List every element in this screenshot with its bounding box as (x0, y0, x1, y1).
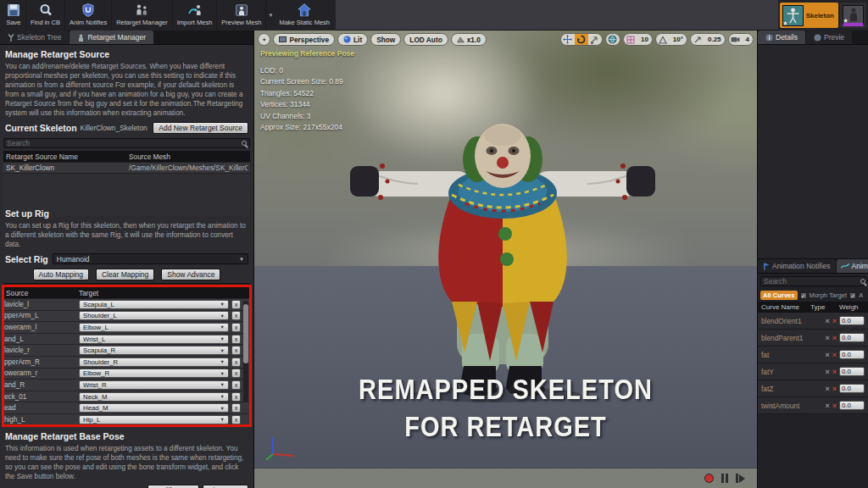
scale-snap-control[interactable]: 0.25 (690, 33, 726, 46)
mapping-row: pperArm_RShoulder_R▼x (4, 356, 249, 368)
add-new-retarget-source-button[interactable]: Add New Retarget Source (153, 122, 248, 134)
target-bone-dropdown[interactable]: Scapula_R▼ (79, 346, 229, 355)
skeleton-asset-button[interactable]: ★ Skeleton (780, 3, 838, 28)
retarget-manager-button[interactable]: Retarget Manager (112, 0, 172, 30)
source-bone: eck_01 (4, 393, 79, 401)
preview-viewport[interactable]: ▼ Perspective Lit Show LOD Auto x1.0 (254, 30, 757, 488)
modify-pose-button[interactable]: Modify Pose (147, 485, 199, 488)
tab-skeleton-tree[interactable]: Skeleton Tree (0, 30, 69, 44)
record-button[interactable] (704, 474, 714, 483)
target-bone: Wrist_L (83, 336, 105, 343)
curve-weight-input[interactable] (839, 333, 865, 342)
clear-mapping-row-button[interactable]: x (231, 311, 241, 320)
morph-target-type-icon: × (825, 385, 829, 393)
target-bone-dropdown[interactable]: Elbow_L▼ (79, 323, 229, 332)
target-bone: Hip_L (83, 416, 100, 424)
clear-mapping-row-button[interactable]: x (231, 403, 241, 413)
auto-mapping-button[interactable]: Auto Mapping (33, 269, 89, 280)
curve-row[interactable]: fat×× (758, 347, 868, 363)
material-checkbox[interactable]: ✓ (849, 292, 856, 299)
find-in-cb-button[interactable]: Find in CB (26, 0, 65, 30)
morph-target-type-icon: × (825, 402, 829, 410)
move-tool-icon[interactable] (561, 33, 575, 46)
coordinate-space-toggle[interactable] (605, 33, 620, 46)
retarget-source-row[interactable]: SK_KillerClown /Game/KillerClown/Meshes/… (3, 162, 250, 173)
curve-weight-input[interactable] (839, 367, 865, 376)
mapping-scrollbar[interactable] (243, 301, 248, 402)
target-bone-dropdown[interactable]: Hip_L▼ (79, 415, 229, 424)
curve-row[interactable]: fatZ×× (758, 380, 868, 397)
angle-snap-control[interactable]: 10° (655, 33, 687, 46)
tab-anim-curves[interactable]: Anim (837, 259, 868, 273)
curve-row[interactable]: blendOrient1×× (758, 313, 868, 330)
make-static-mesh-button[interactable]: Make Static Mesh (275, 0, 334, 30)
clear-mapping-row-button[interactable]: x (231, 369, 241, 378)
import-mesh-label: Import Mesh (177, 19, 213, 26)
mesh-asset-button[interactable]: ★ (840, 3, 866, 28)
clear-mapping-button[interactable]: Clear Mapping (96, 269, 154, 280)
chevron-down-icon: ▼ (220, 324, 225, 330)
curve-row[interactable]: fatY×× (758, 363, 868, 380)
curve-weight-input[interactable] (839, 316, 865, 325)
curve-name: twistAmount (761, 402, 825, 410)
select-rig-dropdown[interactable]: Humanoid ▼ (53, 253, 248, 264)
target-bone-dropdown[interactable]: Elbow_R▼ (79, 369, 229, 378)
scrollbar-thumb[interactable] (243, 304, 248, 363)
curve-search-input[interactable] (764, 277, 858, 286)
scale-tool-icon[interactable] (588, 33, 602, 46)
viewport-options-button[interactable]: ▼ (258, 33, 270, 46)
target-bone-dropdown[interactable]: Scapula_L▼ (79, 300, 229, 309)
tab-preview-scene[interactable]: Previe (806, 30, 852, 44)
clear-mapping-row-button[interactable]: x (231, 300, 241, 309)
camera-speed-control[interactable]: 4 (728, 33, 754, 46)
screen-size-label: x1.0 (467, 36, 481, 44)
clear-mapping-row-button[interactable]: x (231, 392, 241, 402)
section-title: Set up Rig (0, 204, 253, 221)
target-bone-dropdown[interactable]: Wrist_R▼ (79, 380, 229, 390)
curve-weight-input[interactable] (839, 384, 865, 393)
clear-mapping-row-button[interactable]: x (231, 346, 241, 355)
curve-table-header: Curve Name Type Weigh (758, 302, 868, 313)
tab-details[interactable]: Details (758, 30, 805, 44)
import-mesh-button[interactable]: Import Mesh (173, 0, 218, 30)
show-menu-button[interactable]: Show (370, 33, 401, 46)
tab-animation-notifies[interactable]: Animation Notifies (758, 259, 836, 273)
skeleton-asset-thumbnail: ★ (782, 5, 804, 26)
grid-snap-control[interactable]: 10 (623, 33, 653, 46)
target-bone-dropdown[interactable]: Neck_M▼ (79, 392, 229, 402)
skeleton-tree-icon (8, 34, 14, 42)
perspective-button[interactable]: Perspective (273, 33, 335, 46)
target-bone-dropdown[interactable]: Shoulder_R▼ (79, 358, 229, 367)
save-button[interactable]: Save (2, 0, 26, 30)
preview-mesh-button[interactable]: Preview Mesh (217, 0, 266, 30)
playback-transport-bar[interactable] (254, 468, 757, 488)
curve-row[interactable]: twistAmount×× (758, 397, 868, 414)
lit-mode-button[interactable]: Lit (337, 33, 368, 46)
curve-row[interactable]: blendParent1×× (758, 330, 868, 347)
manage-retarget-source-section: Manage Retarget Source You can add/renam… (0, 45, 253, 215)
clear-mapping-row-button[interactable]: x (231, 335, 241, 344)
target-bone-dropdown[interactable]: Shoulder_L▼ (79, 311, 229, 320)
lit-icon (343, 36, 351, 43)
rotate-tool-icon[interactable] (575, 33, 588, 46)
anim-notifies-button[interactable]: Anim Notifies (65, 0, 112, 30)
clear-mapping-row-button[interactable]: x (231, 380, 241, 390)
retarget-source-search-input[interactable] (7, 139, 239, 147)
show-advanced-button[interactable]: Show Advance (161, 269, 220, 280)
clear-mapping-row-button[interactable]: x (231, 358, 241, 367)
tab-retarget-manager[interactable]: Retarget Manager (70, 30, 153, 44)
target-bone-dropdown[interactable]: Wrist_L▼ (79, 335, 229, 344)
curve-weight-input[interactable] (839, 350, 865, 359)
view-pose-button[interactable]: View Pose (203, 485, 248, 488)
clear-mapping-row-button[interactable]: x (231, 415, 241, 424)
curve-weight-input[interactable] (839, 401, 865, 410)
pause-button[interactable] (721, 474, 728, 483)
target-bone-dropdown[interactable]: Head_M▼ (79, 403, 229, 413)
morph-target-checkbox[interactable]: ✓ (800, 292, 807, 299)
step-forward-button[interactable] (736, 474, 745, 483)
clear-mapping-row-button[interactable]: x (231, 323, 241, 332)
lod-auto-button[interactable]: LOD Auto (403, 33, 448, 46)
all-curves-filter[interactable]: All Curves (760, 291, 798, 300)
screen-size-button[interactable]: x1.0 (451, 33, 487, 46)
preview-mesh-dropdown-caret[interactable]: ▼ (268, 13, 273, 18)
